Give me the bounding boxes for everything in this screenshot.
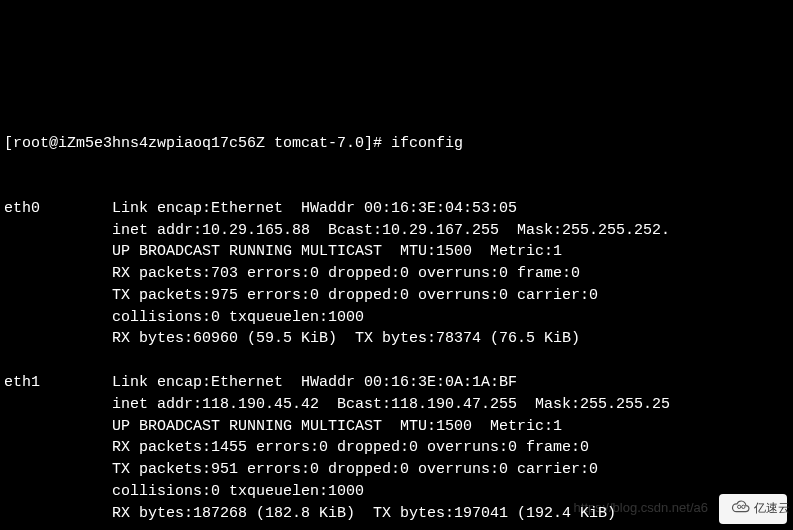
indent [4,459,112,481]
interface-detail: UP BROADCAST RUNNING MULTICAST MTU:1500 … [112,241,562,263]
terminal-output[interactable]: [root@iZm5e3hns4zwpiaoq17c56Z tomcat-7.0… [0,87,793,530]
svg-point-0 [737,505,740,508]
interface-detail: Link encap:Ethernet HWaddr 00:16:3E:04:5… [112,198,517,220]
interface-line: collisions:0 txqueuelen:1000 [4,307,789,329]
interface-line: eth1Link encap:Ethernet HWaddr 00:16:3E:… [4,372,789,394]
interface-detail: Link encap:Ethernet HWaddr 00:16:3E:0A:1… [112,372,517,394]
command-prompt-line: [root@iZm5e3hns4zwpiaoq17c56Z tomcat-7.0… [4,133,789,155]
interface-line: inet addr:10.29.165.88 Bcast:10.29.167.2… [4,220,789,242]
shell-prompt: [root@iZm5e3hns4zwpiaoq17c56Z tomcat-7.0… [4,133,391,155]
interface-line: UP BROADCAST RUNNING MULTICAST MTU:1500 … [4,241,789,263]
interface-detail: RX bytes:187268 (182.8 KiB) TX bytes:197… [112,503,616,525]
interface-detail: inet addr:10.29.165.88 Bcast:10.29.167.2… [112,220,670,242]
indent [4,416,112,438]
interface-name: eth1 [4,372,112,394]
indent [4,241,112,263]
interface-line: RX packets:703 errors:0 dropped:0 overru… [4,263,789,285]
interface-detail: UP BROADCAST RUNNING MULTICAST MTU:1500 … [112,416,562,438]
interface-block: eth0Link encap:Ethernet HWaddr 00:16:3E:… [4,198,789,350]
interface-line: eth0Link encap:Ethernet HWaddr 00:16:3E:… [4,198,789,220]
indent [4,503,112,525]
indent [4,220,112,242]
indent [4,328,112,350]
interface-line: TX packets:975 errors:0 dropped:0 overru… [4,285,789,307]
cloud-icon [716,482,749,530]
interface-detail: TX packets:951 errors:0 dropped:0 overru… [112,459,598,481]
indent [4,285,112,307]
interface-line: RX bytes:60960 (59.5 KiB) TX bytes:78374… [4,328,789,350]
interface-line: UP BROADCAST RUNNING MULTICAST MTU:1500 … [4,416,789,438]
indent [4,481,112,503]
url-watermark: https://blog.csdn.net/a6 [574,499,708,518]
watermark-text: 亿速云 [754,500,790,517]
svg-point-1 [741,505,744,508]
indent [4,307,112,329]
interface-detail: collisions:0 txqueuelen:1000 [112,481,364,503]
interface-detail: TX packets:975 errors:0 dropped:0 overru… [112,285,598,307]
indent [4,394,112,416]
interface-detail: RX bytes:60960 (59.5 KiB) TX bytes:78374… [112,328,580,350]
command-text: ifconfig [391,133,463,155]
interface-line: RX packets:1455 errors:0 dropped:0 overr… [4,437,789,459]
watermark-badge: 亿速云 [719,494,787,524]
interface-detail: collisions:0 txqueuelen:1000 [112,307,364,329]
indent [4,263,112,285]
interface-detail: RX packets:703 errors:0 dropped:0 overru… [112,263,580,285]
indent [4,437,112,459]
interface-name: eth0 [4,198,112,220]
interface-line: TX packets:951 errors:0 dropped:0 overru… [4,459,789,481]
interface-line: inet addr:118.190.45.42 Bcast:118.190.47… [4,394,789,416]
interface-detail: inet addr:118.190.45.42 Bcast:118.190.47… [112,394,670,416]
interface-detail: RX packets:1455 errors:0 dropped:0 overr… [112,437,589,459]
